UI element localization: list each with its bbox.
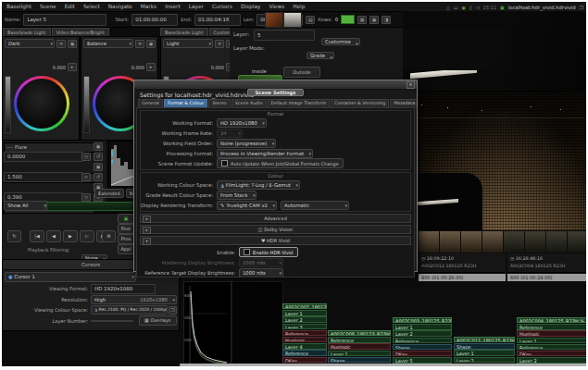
- viewer-image[interactable]: [403, 11, 586, 230]
- timeline-layer-row[interactable]: Huelogic: [282, 337, 327, 342]
- drt-mode-dropdown[interactable]: Automatic: [281, 201, 349, 210]
- film-frame[interactable]: [419, 231, 439, 253]
- close-icon[interactable]: ✕: [407, 81, 415, 89]
- param-menu-icon[interactable]: ▣: [94, 163, 103, 171]
- field-order-dropdown[interactable]: None (progressive): [217, 139, 276, 148]
- timeline-layer-row[interactable]: A002C004_180125_R23H % 7F.exr: [517, 317, 586, 323]
- menu-item[interactable]: Views: [269, 4, 284, 9]
- keyframe-icon[interactable]: ◇: [81, 153, 91, 161]
- working-format-dropdown[interactable]: HD 1920x1080: [217, 118, 267, 128]
- timeline-layer-row[interactable]: Shape: [393, 344, 452, 350]
- timeline-layer-row[interactable]: Layer 2: [454, 357, 515, 363]
- timeline-layer-row[interactable]: Reference: [328, 337, 391, 342]
- collapse-arrow-icon[interactable]: ▾: [143, 238, 151, 245]
- menu-item[interactable]: Marks: [141, 4, 156, 9]
- end-field[interactable]: 01:00:04:16: [194, 14, 241, 26]
- dialog-tab[interactable]: Default Image Transform: [268, 99, 330, 107]
- reset-icon[interactable]: ↺: [94, 173, 103, 181]
- value-icon[interactable]: ▸: [68, 63, 77, 71]
- menu-item[interactable]: Edit: [65, 4, 75, 9]
- timeline-layer-row[interactable]: Layer 1: [517, 338, 586, 343]
- mastering-brightness-dropdown[interactable]: 1000 nits: [239, 258, 283, 267]
- side-button-1[interactable]: Post: [118, 224, 134, 234]
- working-cs-dropdown[interactable]: ◮ FilmLight: T-Log / E-Gamut: [217, 180, 300, 190]
- inside-button[interactable]: Inside: [252, 68, 267, 74]
- side-button-2[interactable]: Prox: [118, 234, 134, 244]
- film-frame[interactable]: [504, 231, 524, 253]
- timeline-layer-row[interactable]: DKey: [517, 351, 586, 356]
- reference-brightness-dropdown[interactable]: 1000 nits: [239, 268, 283, 278]
- menu-item[interactable]: Baselight: [6, 4, 31, 9]
- timeline-layer-row[interactable]: Layer 1: [393, 324, 452, 329]
- timeline-layer-row[interactable]: A002C003_180125_R23H: [393, 317, 452, 323]
- film-frame[interactable]: [568, 231, 586, 253]
- viewing-cs-value[interactable]: Rec.2100: PQ / Rec.2020 / 1000 nits: [99, 307, 168, 312]
- timeline-layer-row[interactable]: DKey: [282, 357, 327, 363]
- show-all-dropdown[interactable]: Show All: [4, 201, 48, 211]
- grade-tab[interactable]: Video Balance/Bright: [52, 28, 109, 36]
- link-icon[interactable]: ▣: [68, 40, 77, 48]
- link-icon[interactable]: ▣: [146, 40, 156, 48]
- timeline-layer-row[interactable]: Layer 1: [454, 350, 515, 355]
- dialog-tab[interactable]: Format & Colour: [164, 99, 207, 107]
- film-frame[interactable]: [482, 231, 503, 253]
- dialog-tab[interactable]: Container & Versioning: [331, 99, 389, 107]
- timeline-stack-5[interactable]: A002C004_180125_R23H % 7F.exrReferenceHu…: [517, 317, 586, 364]
- start-field[interactable]: 01:00:00:00: [131, 14, 178, 26]
- side-button-3[interactable]: Appl: [118, 244, 134, 254]
- advanced-section-bar[interactable]: ▸ Advanced: [140, 214, 411, 223]
- enable-hdr-vivid-toggle[interactable]: Enable HDR Vivid: [239, 247, 298, 257]
- timeline-layer-row[interactable]: A002C008_180123_R23H % 7F.exr: [328, 330, 391, 336]
- timeline-layer-row[interactable]: Reference: [517, 344, 586, 350]
- timeline-layer-row[interactable]: Shape: [328, 357, 391, 363]
- menu-item[interactable]: Cursors: [212, 4, 232, 9]
- transport-button[interactable]: ▶: [63, 230, 78, 242]
- dialog-tab[interactable]: Metadata: [390, 99, 417, 107]
- frame-rate-dropdown[interactable]: 24: [217, 129, 243, 138]
- menu-item[interactable]: Select: [83, 4, 100, 9]
- gallery-thumb-2[interactable]: [283, 12, 302, 28]
- keyframe-icon[interactable]: ◇: [81, 173, 91, 181]
- drt-dropdown[interactable]: ✎ Truelight CAM v2: [217, 201, 277, 210]
- timeline-layer-row[interactable]: Reference: [282, 350, 327, 355]
- timeline-layer-row[interactable]: A002C012_180125_R23H %: [454, 337, 515, 342]
- timeline-stack-2[interactable]: A002C008_180123_R23H % 7F.exrReferenceHu…: [328, 330, 391, 366]
- outside-button[interactable]: Outside: [283, 67, 320, 78]
- menu-item[interactable]: Help: [293, 4, 305, 9]
- grade-tab[interactable]: BaseGrade Light: [160, 28, 208, 36]
- timeline-layer-row[interactable]: Huelogic: [328, 343, 391, 349]
- menu-item[interactable]: Insert: [165, 4, 181, 9]
- wheel-select[interactable]: Dark: [5, 39, 55, 48]
- layer-field[interactable]: 5: [254, 30, 315, 41]
- timeline-layer-row[interactable]: Reference: [517, 324, 586, 329]
- timeline-stack-3[interactable]: A002C003_180125_R23HLayer 1Layer 2Refere…: [393, 317, 452, 364]
- color-wheel-dark[interactable]: [14, 76, 69, 131]
- timeline-layer-row[interactable]: Layer 2: [393, 330, 452, 336]
- gallery-thumb-1[interactable]: [265, 12, 283, 28]
- sync-icon[interactable]: ◉: [462, 5, 466, 10]
- reset-icon[interactable]: ≡: [135, 40, 144, 48]
- timeline-layer-row[interactable]: Layer 5: [393, 357, 452, 363]
- film-frame[interactable]: [525, 231, 545, 253]
- menu-item[interactable]: Navigate: [108, 4, 132, 9]
- film-frame[interactable]: [546, 231, 567, 253]
- timeline-layer-row[interactable]: Huelogic: [517, 330, 586, 336]
- view-icon-1[interactable]: ▦: [357, 16, 367, 24]
- param-contrast-value[interactable]: 1.500: [4, 172, 83, 182]
- lock-button[interactable]: ▣: [118, 214, 134, 224]
- tool-button[interactable]: ⚙: [102, 230, 116, 242]
- view-icon-3[interactable]: ◨: [382, 16, 391, 24]
- customise-dropdown[interactable]: Customise: [321, 38, 360, 45]
- dialog-titlebar[interactable]: Scene Settings ✕: [134, 80, 417, 90]
- cursor-dropdown[interactable]: ● Cursor 1: [5, 272, 136, 282]
- timeline-stack-4[interactable]: A002C012_180125_R23H %ShapeLayer 1Layer …: [454, 337, 515, 364]
- rows-icon[interactable]: ▤: [306, 16, 315, 24]
- timeline-layer-row[interactable]: Layer 1: [282, 310, 327, 315]
- dialog-tab[interactable]: Scene Audio: [231, 99, 267, 107]
- monitor-icon[interactable]: ❐: [580, 5, 583, 10]
- wheel-select[interactable]: Light: [163, 39, 213, 48]
- menu-item[interactable]: Layer: [189, 4, 204, 9]
- timeline-layer-row[interactable]: A002C007_180125_R23H: [282, 303, 327, 309]
- hdr-vivid-section-bar[interactable]: ▾ ♥ HDR Vivid: [140, 236, 411, 245]
- film-frame[interactable]: [440, 231, 460, 253]
